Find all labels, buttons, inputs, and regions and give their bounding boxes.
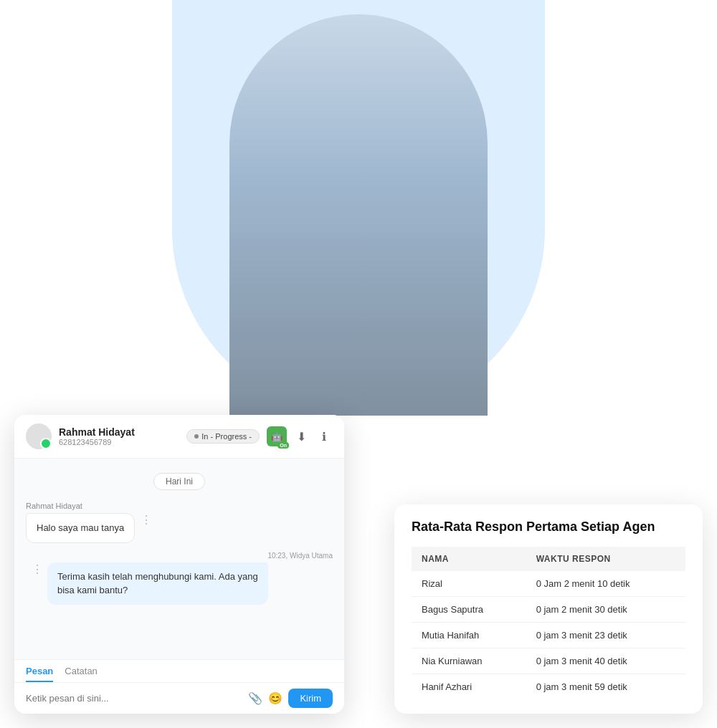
message-options-icon-2[interactable]: ⋮ xyxy=(32,562,43,576)
message-text: Halo saya mau tanya xyxy=(37,522,124,533)
table-row: Bagus Saputra 0 jam 2 menit 30 detik xyxy=(412,597,685,623)
cell-nama: Mutia Hanifah xyxy=(412,623,526,648)
col-header-nama: NAMA xyxy=(412,547,526,571)
contact-phone: 628123456789 xyxy=(59,438,179,446)
table-row: Nia Kurniawan 0 jam 3 menit 40 detik xyxy=(412,648,685,674)
input-row: 📎 😊 Kirim xyxy=(14,683,344,714)
status-dot xyxy=(194,434,199,439)
tab-pesan[interactable]: Pesan xyxy=(26,666,53,682)
status-label: In - Progress - xyxy=(201,432,252,441)
cell-waktu: 0 jam 3 menit 59 detik xyxy=(526,674,685,700)
status-badge[interactable]: In - Progress - xyxy=(186,429,260,444)
avatar xyxy=(26,423,52,449)
message-options-icon[interactable]: ⋮ xyxy=(141,513,152,527)
data-table: NAMA WAKTU RESPON Rizal 0 Jam 2 menit 10… xyxy=(412,547,685,699)
date-divider: Hari Ini xyxy=(26,473,333,490)
info-icon[interactable]: ℹ xyxy=(315,428,333,445)
attachment-icon[interactable]: 📎 xyxy=(248,691,262,705)
tab-catatan[interactable]: Catatan xyxy=(65,666,98,682)
cell-nama: Bagus Saputra xyxy=(412,597,526,623)
emoji-icon[interactable]: 😊 xyxy=(268,691,282,705)
chat-header: Rahmat Hidayat 628123456789 In - Progres… xyxy=(14,415,344,459)
tab-row: Pesan Catatan xyxy=(14,660,344,683)
table-row: Rizal 0 Jam 2 menit 10 detik xyxy=(412,571,685,597)
contact-info: Rahmat Hidayat 628123456789 xyxy=(59,426,179,446)
col-header-waktu: WAKTU RESPON xyxy=(526,547,685,571)
bot-icon[interactable]: 🤖 On xyxy=(267,426,287,446)
download-icon[interactable]: ⬇ xyxy=(293,428,310,445)
input-icons: 📎 😊 xyxy=(248,691,282,705)
header-icons: 🤖 On ⬇ ℹ xyxy=(267,426,333,446)
cell-waktu: 0 jam 2 menit 30 detik xyxy=(526,597,685,623)
sender-label: Rahmat Hidayat xyxy=(26,502,333,510)
table-widget: Rata-Rata Respon Pertama Setiap Agen NAM… xyxy=(394,504,703,714)
cell-nama: Hanif Azhari xyxy=(412,674,526,700)
date-chip: Hari Ini xyxy=(153,473,205,490)
contact-name: Rahmat Hidayat xyxy=(59,426,179,438)
cell-nama: Nia Kurniawan xyxy=(412,648,526,674)
person-silhouette xyxy=(229,14,488,416)
cell-waktu: 0 jam 3 menit 23 detik xyxy=(526,623,685,648)
chat-widget: Rahmat Hidayat 628123456789 In - Progres… xyxy=(14,415,344,714)
chat-body: Hari Ini Rahmat Hidayat Halo saya mau ta… xyxy=(14,459,344,659)
table-head: NAMA WAKTU RESPON xyxy=(412,547,685,571)
message-meta: 10:23, Widya Utama xyxy=(267,552,333,560)
cell-waktu: 0 jam 3 menit 40 detik xyxy=(526,648,685,674)
message-bubble-incoming: Halo saya mau tanya xyxy=(26,513,135,543)
message-row-outgoing: 10:23, Widya Utama ⋮ Terima kasih telah … xyxy=(26,552,333,605)
send-button[interactable]: Kirim xyxy=(288,689,333,708)
chat-input[interactable] xyxy=(26,693,242,704)
table-row: Hanif Azhari 0 jam 3 menit 59 detik xyxy=(412,674,685,700)
table-title: Rata-Rata Respon Pertama Setiap Agen xyxy=(412,519,685,535)
table-body: Rizal 0 Jam 2 menit 10 detik Bagus Saput… xyxy=(412,571,685,699)
person-image xyxy=(208,0,509,416)
message-text-2: Terima kasih telah menghubungi kami. Ada… xyxy=(57,571,258,596)
table-header-row: NAMA WAKTU RESPON xyxy=(412,547,685,571)
message-bubble-outgoing: Terima kasih telah menghubungi kami. Ada… xyxy=(47,562,268,605)
message-row: Halo saya mau tanya ⋮ xyxy=(26,513,333,543)
cell-nama: Rizal xyxy=(412,571,526,597)
chat-footer: Pesan Catatan 📎 😊 Kirim xyxy=(14,659,344,714)
cell-waktu: 0 Jam 2 menit 10 detik xyxy=(526,571,685,597)
bot-on-badge: On xyxy=(277,442,289,449)
table-row: Mutia Hanifah 0 jam 3 menit 23 detik xyxy=(412,623,685,648)
